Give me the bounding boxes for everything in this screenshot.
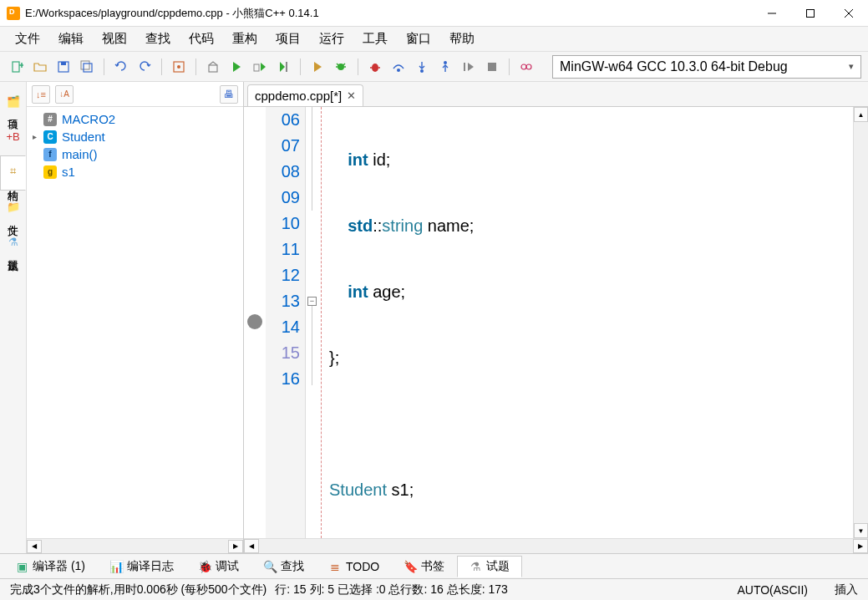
structure-icon: ⌗ [7, 165, 20, 178]
code-editor[interactable]: 06 07 08 09 10 11 12 13 14 15 16 − int i… [244, 107, 868, 538]
left-tab-structure[interactable]: ⌗结构 [0, 155, 26, 191]
macro-badge-icon: # [43, 113, 57, 126]
editor-tab-cppdemo[interactable]: cppdemo.cpp[*] ✕ [247, 84, 363, 106]
files-icon: 📁 [7, 200, 20, 213]
tree-item-s1[interactable]: gs1 [27, 163, 243, 181]
save-all-icon[interactable] [77, 57, 97, 77]
left-tab-watch[interactable]: +B监视 [0, 120, 26, 155]
maximize-button[interactable] [791, 0, 830, 27]
scroll-down-icon[interactable]: ▼ [854, 523, 868, 538]
build-icon[interactable] [203, 57, 223, 77]
svg-point-31 [521, 64, 526, 69]
menu-edit[interactable]: 编辑 [50, 28, 92, 50]
sort-alpha-icon[interactable]: ↓A [55, 85, 74, 104]
svg-line-19 [337, 64, 338, 65]
scroll-right-icon[interactable]: ▶ [228, 540, 243, 553]
svg-rect-9 [81, 61, 89, 69]
status-encoding[interactable]: AUTO(ASCII) [733, 583, 811, 597]
print-icon[interactable]: 🖶 [220, 85, 238, 104]
breakpoint-icon[interactable] [247, 314, 262, 329]
minimize-button[interactable] [753, 0, 791, 27]
compiler-profile-label: MinGW-w64 GCC 10.3.0 64-bit Debug [560, 59, 788, 74]
bug-icon[interactable] [365, 57, 385, 77]
svg-point-12 [177, 65, 180, 69]
step-out-icon[interactable] [435, 57, 455, 77]
menu-view[interactable]: 视图 [94, 28, 135, 50]
problems-icon: ⚗ [7, 235, 20, 248]
menu-help[interactable]: 帮助 [441, 28, 483, 50]
scroll-up-icon[interactable]: ▲ [854, 107, 868, 122]
scroll-right-icon[interactable]: ▶ [853, 539, 868, 553]
menu-window[interactable]: 窗口 [398, 28, 439, 50]
menu-bar: 文件 编辑 视图 查找 代码 重构 项目 运行 工具 窗口 帮助 [0, 27, 868, 52]
save-file-icon[interactable] [53, 57, 74, 77]
project-icon: 🗂️ [7, 94, 20, 108]
undo-icon[interactable] [111, 57, 131, 77]
bottom-tab-compile-log[interactable]: 📊编译日志 [98, 556, 186, 577]
fold-gutter[interactable]: − [306, 107, 321, 538]
tree-item-main[interactable]: fmain() [27, 145, 243, 163]
left-tab-project[interactable]: 🗂️项目 [0, 85, 26, 120]
menu-refactor[interactable]: 重构 [224, 28, 266, 50]
status-parse: 完成3个文件的解析,用时0.006秒 (每秒500个文件) [7, 582, 270, 597]
status-bar: 完成3个文件的解析,用时0.006秒 (每秒500个文件) 行: 15 列: 5… [0, 578, 868, 600]
sidebar-hscrollbar[interactable]: ◀ ▶ [27, 538, 243, 553]
menu-find[interactable]: 查找 [137, 28, 179, 50]
problem-tab-icon: ⚗ [470, 561, 481, 572]
left-tab-files[interactable]: 📁文件 [0, 191, 26, 226]
bottom-tab-compiler[interactable]: ▣编译器 (1) [3, 556, 98, 577]
run-icon[interactable] [226, 57, 246, 77]
left-tab-strip: 🗂️项目 +B监视 ⌗结构 📁文件 ⚗试题集 [0, 82, 27, 553]
toolbar: MinGW-w64 GCC 10.3.0 64-bit Debug [0, 52, 868, 82]
bottom-tab-problem[interactable]: ⚗试题 [457, 556, 522, 577]
stop-icon[interactable] [482, 57, 502, 77]
step-into-icon[interactable] [412, 57, 432, 77]
new-file-icon[interactable] [7, 57, 27, 77]
menu-project[interactable]: 项目 [267, 28, 309, 50]
scroll-left-icon[interactable]: ◀ [244, 539, 259, 553]
bottom-tab-todo[interactable]: ≣TODO [317, 556, 392, 577]
close-tab-icon[interactable]: ✕ [347, 89, 356, 102]
editor-vscrollbar[interactable]: ▲ ▼ [853, 107, 868, 538]
tree-item-student[interactable]: ▸CStudent [27, 128, 243, 145]
close-button[interactable] [830, 0, 868, 27]
step-over-icon[interactable] [388, 57, 409, 77]
rebuild-icon[interactable] [273, 57, 293, 77]
structure-toolbar: ↓≡ ↓A 🖶 [27, 82, 243, 107]
open-file-icon[interactable] [30, 57, 50, 77]
svg-rect-30 [488, 63, 496, 71]
bottom-tab-find[interactable]: 🔍查找 [251, 556, 317, 577]
continue-icon[interactable] [459, 57, 479, 77]
menu-file[interactable]: 文件 [7, 28, 48, 50]
compile-icon[interactable] [169, 57, 189, 77]
watch-icon: +B [7, 130, 20, 143]
find-tab-icon: 🔍 [264, 561, 276, 572]
left-tab-problems[interactable]: ⚗试题集 [0, 226, 26, 261]
structure-tree[interactable]: #MACRO2 ▸CStudent fmain() gs1 [27, 107, 243, 538]
tree-item-macro[interactable]: #MACRO2 [27, 110, 243, 128]
debug-icon[interactable] [331, 57, 351, 77]
svg-rect-29 [464, 63, 465, 71]
menu-tools[interactable]: 工具 [354, 28, 396, 50]
build-run-icon[interactable] [250, 57, 270, 77]
editor-hscrollbar[interactable]: ◀ ▶ [244, 538, 868, 553]
menu-code[interactable]: 代码 [180, 28, 222, 50]
code-content[interactable]: int id; std::string name; int age; }; St… [326, 107, 853, 538]
sort-order-icon[interactable]: ↓≡ [32, 85, 50, 104]
fold-toggle-icon[interactable]: − [307, 297, 317, 306]
menu-run[interactable]: 运行 [311, 28, 353, 50]
bottom-tab-bookmark[interactable]: 🔖书签 [392, 556, 457, 577]
compiler-profile-select[interactable]: MinGW-w64 GCC 10.3.0 64-bit Debug [552, 55, 861, 79]
redo-icon[interactable] [135, 57, 155, 77]
scroll-left-icon[interactable]: ◀ [27, 540, 42, 553]
bottom-tab-debug[interactable]: 🐞调试 [186, 556, 251, 577]
glasses-icon[interactable] [516, 57, 536, 77]
svg-point-28 [444, 61, 447, 64]
debug-run-icon[interactable] [307, 57, 327, 77]
breakpoint-gutter[interactable] [244, 107, 266, 538]
expand-icon[interactable]: ▸ [30, 132, 38, 141]
title-bar: E:/Workspaces/playground/cppdemo.cpp - 小… [0, 0, 868, 27]
status-position: 行: 15 列: 5 已选择 :0 总行数: 16 总长度: 173 [272, 582, 511, 597]
editor-area: cppdemo.cpp[*] ✕ 06 07 08 09 10 11 12 13… [244, 82, 868, 553]
status-insert-mode[interactable]: 插入 [831, 582, 861, 597]
